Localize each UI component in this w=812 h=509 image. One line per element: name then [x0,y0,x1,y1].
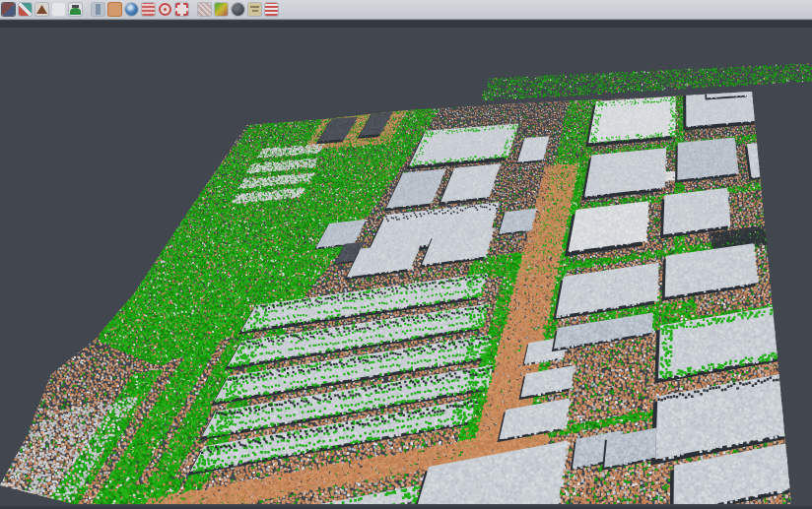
faded-grid-icon[interactable] [198,3,211,16]
transform-arrows-icon[interactable] [19,3,32,16]
ruler-icon[interactable] [92,3,104,16]
viewport-top-edge [0,21,812,28]
green-hill-icon-shape [72,5,79,8]
target-icon[interactable] [159,3,171,16]
globe-icon[interactable] [125,3,138,16]
green-hill-icon[interactable] [69,3,82,16]
terrain-mountain-icon-shape [36,5,47,14]
sand-tool-icon-shape [252,10,258,12]
toolbar [0,0,812,20]
sand-tool-icon-shape [250,6,259,8]
terrain-mountain-icon[interactable] [35,3,48,16]
multicolor-cube-icon[interactable] [2,3,15,16]
selection-box-icon[interactable] [175,3,188,16]
sphere-icon[interactable] [232,3,244,16]
app-window [0,0,812,509]
ruler-icon-shape [96,4,101,15]
sand-tool-icon[interactable] [248,3,261,16]
target-icon-shape [164,8,167,11]
colormap-icon[interactable] [215,3,228,16]
green-hill-icon-shape [70,8,81,15]
red-list-icon[interactable] [142,3,155,16]
3d-viewport[interactable] [0,0,812,509]
orange-square-icon[interactable] [108,3,121,16]
faded-tool-icon[interactable] [52,3,65,16]
striped-flag-icon[interactable] [265,3,278,16]
